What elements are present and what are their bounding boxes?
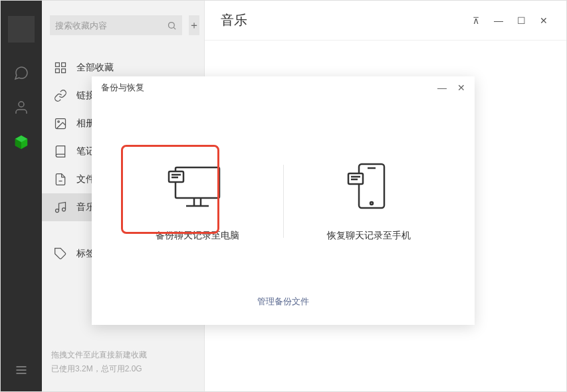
restore-to-phone-option[interactable]: 恢复聊天记录至手机	[284, 161, 455, 242]
footer-line1: 拖拽文件至此直接新建收藏	[51, 348, 195, 361]
svg-point-14	[62, 208, 66, 211]
image-icon	[54, 117, 67, 130]
search-input[interactable]	[55, 21, 167, 31]
menu-icon[interactable]	[12, 361, 31, 379]
dialog-title: 备份与恢复	[101, 82, 144, 94]
restore-label: 恢复聊天记录至手机	[327, 230, 411, 242]
dialog-minimize-button[interactable]: —	[437, 82, 447, 93]
search-icon	[167, 21, 177, 31]
nav-label: 全部收藏	[76, 62, 114, 74]
maximize-button[interactable]: ☐	[514, 14, 528, 27]
minimize-button[interactable]: —	[492, 14, 505, 27]
backup-label: 备份聊天记录至电脑	[156, 230, 239, 242]
monitor-icon	[166, 161, 229, 214]
svg-point-25	[370, 202, 373, 205]
manage-backup-link[interactable]: 管理备份文件	[257, 296, 309, 306]
svg-rect-7	[62, 63, 66, 67]
avatar[interactable]	[8, 16, 35, 43]
titlebar: 音乐 ⊼ — ☐ ✕	[205, 1, 566, 41]
svg-line-5	[173, 27, 175, 29]
search-box[interactable]	[50, 15, 182, 35]
book-icon	[54, 145, 67, 158]
app-sidebar	[1, 1, 42, 391]
footer-line2: 已使用3.2M，总可用2.0G	[51, 362, 195, 375]
add-button[interactable]: ＋	[189, 15, 199, 35]
backup-to-pc-option[interactable]: 备份聊天记录至电脑	[112, 161, 283, 242]
svg-point-4	[169, 22, 175, 28]
dialog-header: 备份与恢复 — ✕	[92, 76, 475, 99]
grid-icon	[54, 61, 67, 74]
svg-rect-8	[56, 69, 60, 73]
tag-icon	[54, 247, 67, 260]
backup-dialog: 备份与恢复 — ✕ 备份聊天记录至电脑	[92, 76, 475, 325]
svg-rect-9	[62, 69, 66, 73]
storage-info: 拖拽文件至此直接新建收藏 已使用3.2M，总可用2.0G	[42, 348, 204, 391]
chat-icon[interactable]	[12, 64, 31, 82]
svg-rect-6	[56, 63, 60, 67]
page-title: 音乐	[221, 11, 247, 29]
phone-icon	[337, 161, 401, 214]
svg-point-11	[58, 121, 60, 123]
music-icon	[54, 201, 67, 214]
close-button[interactable]: ✕	[537, 14, 550, 27]
svg-point-0	[19, 102, 24, 107]
cube-icon[interactable]	[12, 133, 31, 151]
pin-button[interactable]: ⊼	[469, 14, 483, 27]
link-icon	[54, 89, 67, 102]
contacts-icon[interactable]	[12, 98, 31, 117]
svg-point-13	[56, 209, 59, 213]
dialog-close-button[interactable]: ✕	[457, 82, 465, 93]
file-icon	[54, 173, 67, 186]
